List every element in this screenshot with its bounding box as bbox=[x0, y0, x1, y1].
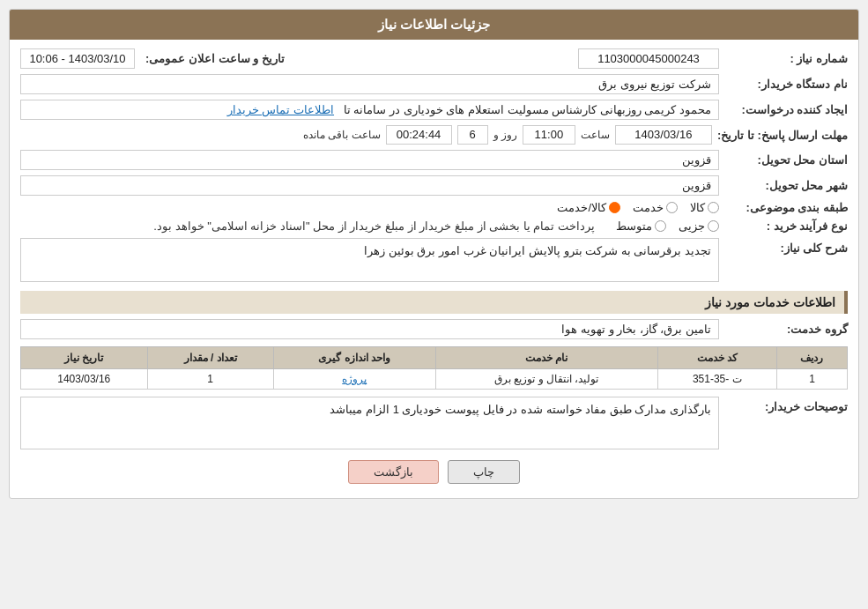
print-button[interactable]: چاپ bbox=[448, 460, 520, 484]
radio-motavaset[interactable]: متوسط bbox=[616, 219, 666, 233]
radio-jozee-label: جزیی bbox=[679, 219, 705, 233]
table-row: 1ت -35-351تولید، انتقال و توزیع برقپروژه… bbox=[21, 369, 848, 390]
radio-kala-label: کالا bbox=[690, 201, 705, 214]
col-date: تاریخ نیاز bbox=[21, 347, 148, 369]
tarikh-value: 1403/03/10 - 10:06 bbox=[20, 48, 135, 69]
mohlat-date: 1403/03/16 bbox=[615, 125, 712, 145]
gorooh-row: گروه خدمت: تامین برق، گاز، بخار و تهویه … bbox=[20, 319, 848, 339]
shomara-label: شماره نیاز : bbox=[724, 52, 848, 65]
radio-jozee[interactable]: جزیی bbox=[679, 219, 719, 233]
shahr-label: شهر محل تحویل: bbox=[724, 179, 848, 192]
gorooh-label: گروه خدمت: bbox=[724, 323, 848, 336]
buyer-desc-label: توصیحات خریدار: bbox=[724, 397, 848, 413]
table-cell-date: 1403/03/16 bbox=[21, 369, 148, 390]
pardakht-text: پرداخت تمام یا بخشی از مبلغ خریدار از مب… bbox=[153, 219, 595, 233]
mohlat-roz-label: روز و bbox=[493, 129, 517, 141]
ijad-label: ایجاد کننده درخواست: bbox=[724, 103, 848, 116]
ostan-label: استان محل تحویل: bbox=[724, 153, 848, 167]
col-radif: ردیف bbox=[776, 347, 847, 369]
ijad-row: ایجاد کننده درخواست: محمود کریمی روزبهان… bbox=[20, 100, 848, 120]
page-wrapper: جزئیات اطلاعات نیاز شماره نیاز : 1103000… bbox=[0, 0, 868, 609]
nam-dastgah-label: نام دستگاه خریدار: bbox=[724, 78, 848, 91]
sharh-niaz-value: تجدید برقرسانی به شرکت بترو پالایش ایران… bbox=[20, 238, 719, 282]
radio-khadamat-label: خدمت bbox=[633, 201, 664, 214]
mohlat-time: 11:00 bbox=[523, 125, 575, 145]
shomara-value: 1103000045000243 bbox=[578, 48, 719, 69]
radio-jozee-circle bbox=[708, 220, 719, 232]
nam-dastgah-row: نام دستگاه خریدار: شرکت توزیع نیروی برق bbox=[20, 74, 848, 94]
buttons-row: چاپ بازگشت bbox=[20, 460, 848, 484]
gorooh-value: تامین برق، گاز، بخار و تهویه هوا bbox=[20, 319, 719, 339]
sharh-niaz-label: شرح کلی نیاز: bbox=[724, 238, 848, 255]
mohlat-remaining-label: ساعت باقی مانده bbox=[303, 129, 381, 141]
card-header: جزئیات اطلاعات نیاز bbox=[10, 10, 858, 40]
col-count: تعداد / مقدار bbox=[147, 347, 273, 369]
nogh-farayand-label: نوع فرآیند خرید : bbox=[724, 219, 848, 233]
table-cell-radif: 1 bbox=[776, 369, 847, 390]
services-table: ردیف کد خدمت نام خدمت واحد اندازه گیری ت… bbox=[20, 346, 848, 390]
shomara-row: شماره نیاز : 1103000045000243 تاریخ و سا… bbox=[20, 48, 848, 69]
table-cell-code: ت -35-351 bbox=[657, 369, 776, 390]
page-title: جزئیات اطلاعات نیاز bbox=[378, 17, 490, 32]
table-cell-name: تولید، انتقال و توزیع برق bbox=[435, 369, 657, 390]
mohlat-remaining: 00:24:44 bbox=[386, 125, 452, 145]
etelaaat-tamas-link[interactable]: اطلاعات تماس خریدار bbox=[227, 103, 334, 116]
radio-kala-circle bbox=[708, 202, 719, 213]
buyer-desc-row: توصیحات خریدار: بارگذاری مدارک طبق مفاد … bbox=[20, 397, 848, 449]
col-unit: واحد اندازه گیری bbox=[273, 347, 435, 369]
ostan-value: قزوین bbox=[20, 150, 719, 170]
tarikh-label: تاریخ و ساعت اعلان عمومی: bbox=[145, 52, 285, 65]
buyer-desc-box: بارگذاری مدارک طبق مفاد خواسته شده در فا… bbox=[20, 397, 719, 449]
col-code: کد خدمت bbox=[657, 347, 776, 369]
radio-kala-khadamat[interactable]: کالا/خدمت bbox=[557, 201, 620, 214]
card-body: شماره نیاز : 1103000045000243 تاریخ و سا… bbox=[10, 40, 858, 498]
col-name: نام خدمت bbox=[435, 347, 657, 369]
tabaghebandi-label: طبقه بندی موضوعی: bbox=[724, 201, 848, 214]
khadamat-section-title: اطلاعات خدمات مورد نیاز bbox=[20, 291, 848, 314]
radio-khadamat[interactable]: خدمت bbox=[633, 201, 678, 214]
ijad-value: محمود کریمی روزبهانی کارشناس مسولیت استع… bbox=[20, 100, 719, 120]
nam-dastgah-value: شرکت توزیع نیروی برق bbox=[20, 74, 719, 94]
table-cell-count: 1 bbox=[147, 369, 273, 390]
shahr-value: قزوین bbox=[20, 175, 719, 196]
radio-kala[interactable]: کالا bbox=[690, 201, 719, 214]
shahr-row: شهر محل تحویل: قزوین bbox=[20, 175, 848, 196]
tabaghebandi-radios: کالا خدمت کالا/خدمت bbox=[557, 201, 719, 214]
radio-motavaset-circle bbox=[655, 220, 666, 232]
sharh-niaz-row: شرح کلی نیاز: تجدید برقرسانی به شرکت بتر… bbox=[20, 238, 848, 282]
radio-khadamat-circle bbox=[666, 202, 678, 213]
mohlat-label: مهلت ارسال پاسخ: تا تاریخ: bbox=[717, 129, 848, 142]
nogh-farayand-row: نوع فرآیند خرید : جزیی متوسط پرداخت تمام… bbox=[20, 219, 848, 233]
table-cell-unit: پروژه bbox=[273, 369, 435, 390]
mohlat-roz: 6 bbox=[457, 125, 488, 145]
back-button[interactable]: بازگشت bbox=[348, 460, 439, 484]
mohlat-time-label: ساعت bbox=[581, 129, 610, 141]
ostan-row: استان محل تحویل: قزوین bbox=[20, 150, 848, 170]
radio-kala-khadamat-circle bbox=[609, 202, 620, 213]
radio-motavaset-label: متوسط bbox=[616, 219, 652, 233]
tabaghebandi-row: طبقه بندی موضوعی: کالا خدمت کالا/خدمت bbox=[20, 201, 848, 214]
radio-kala-khadamat-label: کالا/خدمت bbox=[557, 201, 606, 214]
mohlat-row: مهلت ارسال پاسخ: تا تاریخ: 1403/03/16 سا… bbox=[20, 125, 848, 145]
farayand-radios: جزیی متوسط پرداخت تمام یا بخشی از مبلغ خ… bbox=[153, 219, 719, 233]
main-card: جزئیات اطلاعات نیاز شماره نیاز : 1103000… bbox=[9, 9, 859, 499]
